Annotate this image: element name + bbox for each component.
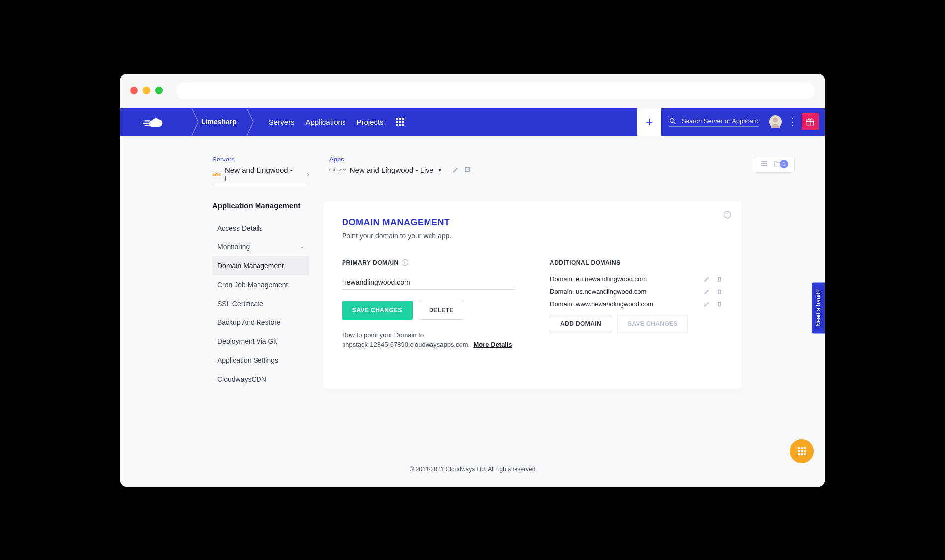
folder-count-badge: 1 bbox=[780, 160, 788, 168]
browser-frame: Limesharp Servers Applications Projects … bbox=[120, 74, 825, 487]
nav-applications[interactable]: Applications bbox=[306, 118, 346, 126]
url-bar[interactable] bbox=[176, 82, 815, 99]
gift-button[interactable] bbox=[802, 113, 819, 130]
list-view-icon[interactable] bbox=[760, 160, 768, 168]
topbar: Limesharp Servers Applications Projects … bbox=[120, 108, 825, 136]
cloudways-logo-icon bbox=[143, 114, 170, 129]
sidebar-item-backup[interactable]: Backup And Restore bbox=[212, 313, 309, 332]
svg-rect-0 bbox=[145, 120, 150, 121]
window-maximize-icon[interactable] bbox=[155, 87, 163, 94]
trash-icon[interactable] bbox=[716, 276, 723, 282]
pencil-icon[interactable] bbox=[452, 166, 459, 173]
kebab-menu-icon[interactable]: ⋮ bbox=[788, 116, 797, 127]
info-icon[interactable]: i bbox=[402, 259, 408, 266]
help-text: How to point your Domain to phpstack-123… bbox=[342, 330, 515, 350]
primary-domain-section: PRIMARY DOMAIN i SAVE CHANGES DELETE How… bbox=[342, 259, 515, 350]
avatar-icon bbox=[769, 115, 782, 128]
domain-value: eu.newandlingwood.com bbox=[576, 275, 647, 283]
external-link-icon[interactable] bbox=[464, 166, 471, 173]
add-domain-button[interactable]: ADD DOMAIN bbox=[550, 315, 611, 333]
additional-domains-section: ADDITIONAL DOMAINS Domain: eu.newandling… bbox=[550, 259, 723, 350]
domain-value: us.newandlingwood.com bbox=[576, 288, 646, 295]
footer: © 2011-2021 Cloudways Ltd. All rights re… bbox=[120, 458, 825, 480]
window-close-icon[interactable] bbox=[130, 87, 138, 94]
delete-button[interactable]: DELETE bbox=[419, 301, 464, 320]
chevron-right-icon: › bbox=[307, 170, 309, 178]
breadcrumb-org[interactable]: Limesharp bbox=[192, 108, 254, 136]
servers-crumb-label: Servers bbox=[212, 156, 309, 163]
add-button[interactable]: + bbox=[637, 108, 661, 136]
svg-point-3 bbox=[670, 118, 674, 122]
logo[interactable] bbox=[120, 114, 192, 129]
nav-servers[interactable]: Servers bbox=[269, 118, 295, 126]
domain-value: www.newandlingwood.com bbox=[576, 300, 653, 308]
search-icon bbox=[669, 117, 677, 125]
apps-grid-icon[interactable] bbox=[396, 118, 404, 126]
caret-down-icon: ▼ bbox=[437, 167, 442, 173]
apps-crumb-value[interactable]: PHP Stack New and Lingwood - Live ▼ bbox=[329, 166, 471, 177]
help-icon[interactable]: ? bbox=[723, 210, 732, 219]
pencil-icon[interactable] bbox=[704, 276, 710, 282]
svg-text:?: ? bbox=[726, 212, 728, 217]
svg-point-5 bbox=[773, 117, 778, 122]
card-title: DOMAIN MANAGEMENT bbox=[342, 217, 723, 228]
nav-links: Servers Applications Projects bbox=[269, 118, 384, 126]
chevron-down-icon: ⌄ bbox=[300, 243, 304, 250]
svg-rect-12 bbox=[761, 165, 767, 166]
aws-icon: aws bbox=[212, 172, 221, 177]
sidebar: Application Management Access Details Mo… bbox=[212, 201, 309, 389]
content: Servers aws New and Lingwood - L › Apps … bbox=[120, 136, 825, 487]
card-subtitle: Point your domain to your web app. bbox=[342, 232, 723, 240]
svg-rect-11 bbox=[761, 163, 767, 164]
save-changes-button[interactable]: SAVE CHANGES bbox=[342, 301, 413, 320]
topbar-right: + ⋮ bbox=[637, 108, 825, 136]
need-a-hand-tab[interactable]: Need a hand? bbox=[812, 282, 825, 333]
view-toggle-box: 1 bbox=[754, 156, 795, 173]
app-name: New and Lingwood - Live bbox=[350, 166, 433, 174]
apps-grid-icon bbox=[798, 447, 806, 455]
domain-row: Domain: eu.newandlingwood.com bbox=[550, 275, 723, 283]
sidebar-item-monitoring[interactable]: Monitoring ⌄ bbox=[212, 238, 309, 256]
nav-projects[interactable]: Projects bbox=[356, 118, 383, 126]
svg-line-4 bbox=[674, 122, 675, 124]
search-wrap bbox=[669, 117, 759, 127]
trash-icon[interactable] bbox=[716, 288, 723, 295]
servers-crumb-value[interactable]: aws New and Lingwood - L › bbox=[212, 166, 309, 186]
sidebar-item-label: Monitoring bbox=[217, 243, 250, 251]
svg-rect-9 bbox=[465, 167, 469, 171]
sidebar-item-app-settings[interactable]: Application Settings bbox=[212, 351, 309, 370]
php-stack-icon: PHP Stack bbox=[329, 168, 346, 172]
window-minimize-icon[interactable] bbox=[143, 87, 150, 94]
main-card: ? DOMAIN MANAGEMENT Point your domain to… bbox=[323, 201, 742, 389]
server-name: New and Lingwood - L bbox=[225, 166, 299, 183]
gift-icon bbox=[806, 117, 815, 126]
sidebar-item-ssl[interactable]: SSL Certificate bbox=[212, 294, 309, 313]
sidebar-item-cdn[interactable]: CloudwaysCDN bbox=[212, 370, 309, 389]
primary-domain-label: PRIMARY DOMAIN i bbox=[342, 259, 515, 266]
pencil-icon[interactable] bbox=[704, 288, 710, 295]
save-changes-secondary-button: SAVE CHANGES bbox=[617, 315, 688, 333]
additional-domains-label: ADDITIONAL DOMAINS bbox=[550, 259, 723, 266]
breadcrumb-separator-icon bbox=[246, 108, 254, 136]
svg-rect-1 bbox=[143, 123, 150, 124]
svg-rect-2 bbox=[145, 125, 150, 126]
fab-button[interactable] bbox=[790, 439, 814, 463]
domain-row: Domain: www.newandlingwood.com bbox=[550, 300, 723, 308]
search-input[interactable] bbox=[682, 117, 759, 125]
sidebar-item-domain-management[interactable]: Domain Management bbox=[212, 256, 309, 275]
breadcrumb-row: Servers aws New and Lingwood - L › Apps … bbox=[212, 156, 795, 186]
domain-row: Domain: us.newandlingwood.com bbox=[550, 288, 723, 295]
sidebar-item-cron-job[interactable]: Cron Job Management bbox=[212, 275, 309, 294]
pencil-icon[interactable] bbox=[704, 301, 710, 307]
trash-icon[interactable] bbox=[716, 301, 723, 307]
browser-chrome bbox=[120, 74, 825, 108]
sidebar-title: Application Management bbox=[212, 201, 309, 210]
sidebar-item-deployment[interactable]: Deployment Via Git bbox=[212, 332, 309, 351]
sidebar-item-access-details[interactable]: Access Details bbox=[212, 219, 309, 238]
apps-crumb-label: Apps bbox=[329, 156, 471, 163]
svg-rect-10 bbox=[761, 161, 767, 162]
more-details-link[interactable]: More Details bbox=[474, 341, 512, 348]
primary-domain-input[interactable] bbox=[342, 275, 515, 290]
avatar[interactable] bbox=[769, 115, 782, 128]
